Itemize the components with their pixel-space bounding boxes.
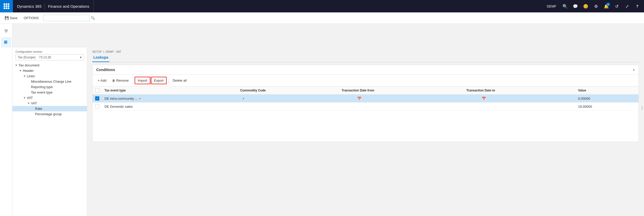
tree-item-tax-event-type[interactable]: Tax event type xyxy=(12,90,87,95)
brand-area: Dynamics 365 Finance and Operations xyxy=(0,0,94,12)
app-grid-button[interactable] xyxy=(0,0,13,12)
save-icon: 💾 xyxy=(5,16,9,20)
tree-item-percentage-group[interactable]: Percentage group xyxy=(12,111,87,117)
row1-date-to-calendar[interactable]: 📅 xyxy=(482,97,486,101)
row1-date-from[interactable]: 📅 xyxy=(339,95,464,103)
row1-commodity-code[interactable]: ▾ xyxy=(238,95,339,103)
tree-item-vat1[interactable]: ▼ VAT xyxy=(12,95,87,101)
col-header-commodity-code: Commodity Code xyxy=(238,87,339,95)
brand-d365: Dynamics 365 xyxy=(17,4,42,9)
content-area: SETUP | DEMF : VAT Lookups Conditions ∧ … xyxy=(87,48,644,216)
row2-value: 19.00000 xyxy=(575,103,639,111)
row1-tax-event-dropdown-arrow[interactable]: ▾ xyxy=(139,97,141,100)
toolbar-separator xyxy=(133,78,133,83)
refresh-nav-button[interactable]: ↺ xyxy=(612,2,621,11)
table-toolbar: + Add 🗑 Remove Import Export Delete all xyxy=(93,75,639,87)
config-version-value: Tax (Europe) 73.13.26 xyxy=(18,56,51,59)
add-row-button[interactable]: + Add xyxy=(95,77,109,84)
save-button[interactable]: 💾 Save xyxy=(2,14,20,21)
top-nav-right: DEMF 🔍 💬 😊 ⚙ 🔔 0 ↺ ⤢ ? xyxy=(544,2,644,11)
tree-item-lines[interactable]: ▼ Lines xyxy=(12,73,87,79)
breadcrumb: SETUP | DEMF : VAT xyxy=(87,48,644,54)
conditions-header: Conditions ∧ xyxy=(93,65,639,75)
row2-date-from xyxy=(339,103,464,111)
header-checkbox[interactable] xyxy=(95,88,99,92)
row2-tax-event-type: DE Domestic sales xyxy=(102,103,238,111)
export-button[interactable]: Export xyxy=(151,77,167,84)
secondary-toolbar: 💾 Save OPTIONS 🔍 xyxy=(0,12,644,24)
delete-all-button[interactable]: Delete all xyxy=(170,77,189,84)
import-button[interactable]: Import xyxy=(135,77,150,84)
conditions-title: Conditions xyxy=(96,68,115,72)
svg-rect-3 xyxy=(4,41,5,42)
brand-fo: Finance and Operations xyxy=(48,4,89,9)
notification-badge: 0 xyxy=(606,3,610,6)
config-version-label: Configuration version xyxy=(15,50,84,53)
col-header-check xyxy=(93,87,102,95)
tree-item-tax-document[interactable]: ▼ Tax document xyxy=(12,63,87,68)
config-version-select[interactable]: Tax (Europe) 73.13.26 ▾ xyxy=(15,54,84,60)
sidebar-filter-icon[interactable] xyxy=(1,26,11,36)
tree-item-reporting-type[interactable]: Reporting type xyxy=(12,84,87,90)
row1-commodity-dropdown-arrow[interactable]: ▾ xyxy=(243,97,244,100)
tree-item-rate[interactable]: Rate xyxy=(12,106,87,111)
row1-value: 0.00000 xyxy=(575,95,639,103)
tree-item-header[interactable]: ▼ Header xyxy=(12,68,87,73)
toolbar-search-input[interactable] xyxy=(43,15,90,21)
row2-checkbox[interactable] xyxy=(95,104,99,109)
row2-check-cell xyxy=(93,103,102,111)
options-button[interactable]: OPTIONS xyxy=(21,14,42,21)
resize-handle[interactable] xyxy=(640,103,644,113)
remove-icon: 🗑 xyxy=(112,79,115,82)
conditions-panel: Conditions ∧ + Add 🗑 Remove Import Expor… xyxy=(92,65,639,142)
search-nav-button[interactable]: 🔍 xyxy=(560,2,570,11)
tab-area: Lookups xyxy=(87,54,644,62)
main-layout: Configuration version Tax (Europe) 73.13… xyxy=(12,48,644,216)
row1-date-from-calendar[interactable]: 📅 xyxy=(357,97,361,101)
col-header-date-from: Transaction Date from xyxy=(339,87,464,95)
company-name: DEMF xyxy=(544,4,559,8)
toolbar-search-icon[interactable]: 🔍 xyxy=(91,16,95,20)
breadcrumb-part2: DEMF : VAT xyxy=(106,50,121,53)
svg-rect-4 xyxy=(6,41,7,42)
row1-date-to[interactable]: 📅 xyxy=(464,95,575,103)
tree-item-vat2[interactable]: ▼ VAT xyxy=(12,101,87,106)
table-empty-area xyxy=(93,111,639,142)
tree-item-misc-charge-line[interactable]: Miscellaneous Charge Line xyxy=(12,79,87,84)
tree-sidebar: Configuration version Tax (Europe) 73.13… xyxy=(12,48,87,216)
brand-section: Dynamics 365 Finance and Operations xyxy=(13,0,94,12)
table-row: DE Domestic sales 19.00000 xyxy=(93,103,639,111)
row2-date-to xyxy=(464,103,575,111)
table-header-row: Tax event type Commodity Code Transactio… xyxy=(93,87,639,95)
remove-row-button[interactable]: 🗑 Remove xyxy=(110,77,131,84)
add-row-label: + Add xyxy=(98,79,107,82)
message-nav-button[interactable]: 💬 xyxy=(571,2,580,11)
col-header-date-to: Transaction Date to xyxy=(464,87,575,95)
brand-separator xyxy=(45,3,45,9)
top-navigation: Dynamics 365 Finance and Operations DEMF… xyxy=(0,0,644,12)
import-label: Import xyxy=(138,79,147,82)
sidebar-menu-icon[interactable] xyxy=(1,37,11,48)
export-label: Export xyxy=(154,79,164,82)
svg-rect-5 xyxy=(4,42,5,43)
help-nav-button[interactable]: ? xyxy=(633,2,642,11)
row2-commodity-code xyxy=(238,103,339,111)
row1-checkbox[interactable]: ✓ xyxy=(95,96,99,101)
lookups-tab[interactable]: Lookups xyxy=(92,54,109,62)
svg-rect-6 xyxy=(6,42,7,43)
col-header-tax-event-type: Tax event type xyxy=(102,87,238,95)
settings-nav-button[interactable]: ⚙ xyxy=(591,2,601,11)
toolbar-separator-2 xyxy=(168,78,168,83)
fullscreen-nav-button[interactable]: ⤢ xyxy=(622,2,632,11)
user-nav-button[interactable]: 😊 xyxy=(581,2,590,11)
conditions-collapse-button[interactable]: ∧ xyxy=(633,68,635,72)
row1-tax-event-type[interactable]: DE intra-community ... ▾ xyxy=(102,95,238,103)
toolbar-search-area: 🔍 xyxy=(43,15,95,21)
notification-nav-button[interactable]: 🔔 0 xyxy=(602,2,611,11)
config-select-chevron: ▾ xyxy=(80,56,81,59)
table-row: ✓ DE intra-community ... ▾ xyxy=(93,95,639,103)
options-label: OPTIONS xyxy=(24,16,39,20)
delete-all-label: Delete all xyxy=(173,79,186,82)
breadcrumb-part1: SETUP xyxy=(92,50,102,53)
breadcrumb-separator: | xyxy=(103,50,104,53)
